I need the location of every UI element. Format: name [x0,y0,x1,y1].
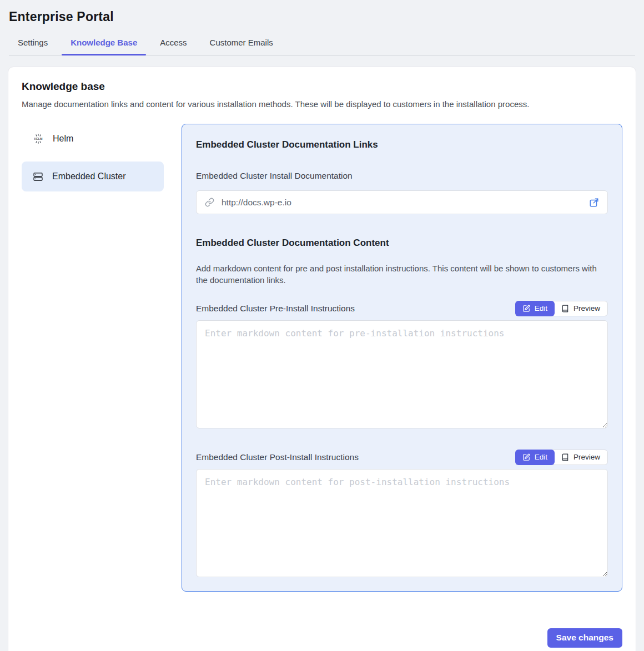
page-header: Enterprise Portal [0,0,644,24]
embedded-cluster-panel: Embedded Cluster Documentation Links Emb… [182,124,622,592]
edit-icon [522,453,530,461]
save-changes-button[interactable]: Save changes [547,628,622,648]
install-method-sidebar: HELM Helm Embedded Cluster [22,124,164,191]
content-row: HELM Helm Embedded Cluster Embedd [22,124,622,592]
pre-install-header-row: Embedded Cluster Pre-Install Instruction… [196,301,608,316]
book-icon [561,305,569,312]
book-icon [561,453,569,461]
preview-button-label: Preview [573,453,600,461]
edit-button[interactable]: Edit [515,450,555,465]
app-title: Enterprise Portal [9,9,635,24]
install-doc-label: Embedded Cluster Install Documentation [196,171,608,181]
helm-icon: HELM [33,133,44,144]
save-row: Save changes [22,628,622,648]
page-title: Knowledge base [22,80,622,93]
edit-button[interactable]: Edit [515,301,555,316]
tab-customer-emails[interactable]: Customer Emails [201,32,282,55]
content-section-title: Embedded Cluster Documentation Content [196,238,608,249]
edit-icon [522,305,530,312]
link-icon [205,198,214,207]
sidebar-item-embedded-cluster[interactable]: Embedded Cluster [22,162,164,191]
tab-bar: Settings Knowledge Base Access Customer … [9,32,635,55]
sidebar-item-label: Embedded Cluster [52,171,126,181]
svg-text:HELM: HELM [34,137,43,140]
preview-button-label: Preview [573,304,600,312]
open-link-button[interactable] [589,198,599,208]
external-link-icon [589,198,599,208]
content-section-description: Add markdown content for pre and post in… [196,263,608,286]
preview-button[interactable]: Preview [554,450,607,465]
sidebar-item-label: Helm [53,134,73,144]
edit-button-label: Edit [535,304,547,312]
install-doc-input-wrap [196,190,608,214]
page-description: Manage documentation links and content f… [22,99,622,110]
pre-install-textarea[interactable] [196,320,608,428]
edit-button-label: Edit [535,453,547,461]
install-doc-url-input[interactable] [220,197,583,208]
tab-knowledge-base[interactable]: Knowledge Base [62,32,146,55]
tab-settings[interactable]: Settings [9,32,57,55]
preview-button[interactable]: Preview [554,301,607,316]
knowledge-base-card: Knowledge base Manage documentation link… [8,67,636,651]
pre-install-label: Embedded Cluster Pre-Install Instruction… [196,304,355,314]
pre-install-mode-toggle: Edit Preview [515,301,608,316]
server-icon [33,171,43,182]
sidebar-item-helm[interactable]: HELM Helm [22,124,164,154]
post-install-label: Embedded Cluster Post-Install Instructio… [196,452,359,462]
post-install-mode-toggle: Edit Preview [515,450,608,465]
links-section-title: Embedded Cluster Documentation Links [196,139,608,150]
tab-access[interactable]: Access [151,32,195,55]
post-install-textarea[interactable] [196,469,608,577]
post-install-header-row: Embedded Cluster Post-Install Instructio… [196,450,608,465]
